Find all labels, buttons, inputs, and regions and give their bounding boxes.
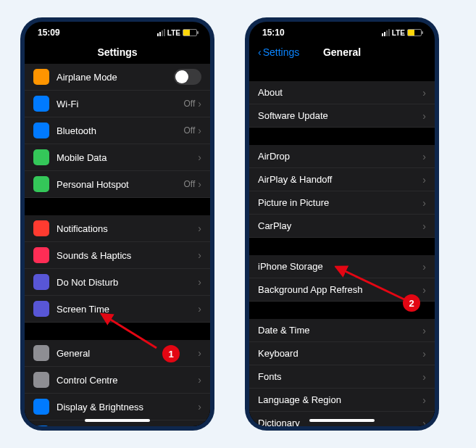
arrow-icon: [100, 312, 165, 355]
row-sounds-haptics[interactable]: Sounds & Haptics›: [25, 242, 210, 269]
row-label: Bluetooth: [57, 125, 184, 136]
row-label: Sounds & Haptics: [57, 250, 198, 261]
row-personal-hotspot[interactable]: Personal HotspotOff›: [25, 171, 210, 198]
row-label: Control Centre: [57, 375, 198, 386]
svg-line-0: [107, 318, 156, 348]
row-label: Airplane Mode: [57, 72, 174, 83]
status-right: LTE: [157, 29, 197, 37]
row-do-not-disturb[interactable]: Do Not Disturb›: [25, 269, 210, 296]
network-label: LTE: [392, 29, 405, 37]
row-label: Wi-Fi: [57, 99, 184, 109]
row-label: AirDrop: [258, 151, 422, 162]
chevron-right-icon: ›: [422, 110, 426, 122]
row-detail: Off: [184, 125, 196, 136]
chevron-right-icon: ›: [198, 98, 201, 109]
phone-settings: 15:09 LTE Settings Airplane ModeWi-FiOff…: [20, 17, 214, 431]
row-label: Display & Brightness: [57, 402, 198, 412]
chevron-right-icon: ›: [198, 249, 201, 261]
chevron-right-icon: ›: [198, 276, 201, 288]
row-label: Date & Time: [258, 325, 422, 336]
row-airplay-handoff[interactable]: AirPlay & Handoff›: [249, 168, 435, 191]
row-display-brightness[interactable]: Display & Brightness›: [25, 394, 210, 420]
row-airdrop[interactable]: AirDrop›: [249, 145, 435, 168]
row-wi-fi[interactable]: Wi-FiOff›: [25, 91, 210, 117]
row-label: CarPlay: [258, 220, 422, 231]
chevron-right-icon: ›: [198, 152, 201, 163]
status-right: LTE: [382, 29, 422, 37]
row-software-update[interactable]: Software Update›: [249, 104, 435, 128]
page-title: Settings: [97, 46, 137, 58]
app-icon: [33, 69, 49, 85]
app-icon: [33, 123, 49, 138]
chevron-right-icon: ›: [422, 418, 426, 427]
status-bar: 15:10 LTE: [249, 22, 435, 41]
row-detail: Off: [184, 179, 196, 189]
toggle[interactable]: [174, 69, 201, 85]
status-bar: 15:09 LTE: [25, 22, 210, 41]
back-button[interactable]: ‹Settings: [258, 46, 299, 58]
app-icon: [33, 301, 49, 317]
signal-icon: [382, 29, 390, 36]
chevron-right-icon: ›: [198, 374, 201, 386]
home-indicator[interactable]: [309, 419, 375, 422]
page-title: General: [323, 46, 361, 58]
chevron-right-icon: ›: [198, 401, 201, 412]
network-label: LTE: [167, 29, 180, 37]
chevron-right-icon: ›: [422, 87, 426, 99]
time: 15:09: [38, 28, 60, 38]
row-keyboard[interactable]: Keyboard›: [249, 342, 435, 365]
chevron-right-icon: ›: [422, 394, 426, 406]
row-label: Picture in Picture: [258, 197, 422, 208]
signal-icon: [157, 29, 165, 36]
chevron-right-icon: ›: [422, 261, 426, 273]
row-label: Fonts: [258, 371, 422, 382]
chevron-right-icon: ›: [422, 220, 426, 232]
row-airplane-mode[interactable]: Airplane Mode: [25, 64, 210, 91]
screen: 15:09 LTE Settings Airplane ModeWi-FiOff…: [25, 22, 210, 426]
row-fonts[interactable]: Fonts›: [249, 365, 435, 389]
app-icon: [33, 247, 49, 263]
navbar: ‹Settings General: [249, 41, 435, 64]
app-icon: [33, 176, 49, 192]
chevron-right-icon: ›: [422, 197, 426, 209]
app-icon: [33, 399, 49, 415]
navbar: Settings: [25, 41, 210, 64]
chevron-right-icon: ›: [422, 325, 426, 336]
row-label: AirPlay & Handoff: [258, 174, 422, 185]
row-date-time[interactable]: Date & Time›: [249, 319, 435, 342]
row-label: Mobile Data: [57, 152, 198, 163]
chevron-left-icon: ‹: [258, 46, 262, 58]
row-bluetooth[interactable]: BluetoothOff›: [25, 117, 210, 144]
row-language-region[interactable]: Language & Region›: [249, 389, 435, 412]
battery-icon: [407, 29, 422, 36]
app-icon: [33, 274, 49, 290]
chevron-right-icon: ›: [422, 348, 426, 360]
row-about[interactable]: About›: [249, 81, 435, 104]
app-icon: [33, 220, 49, 236]
row-control-centre[interactable]: Control Centre›: [25, 367, 210, 394]
chevron-right-icon: ›: [198, 178, 201, 190]
app-icon: [33, 96, 49, 112]
chevron-right-icon: ›: [422, 371, 426, 383]
row-label: Personal Hotspot: [57, 179, 184, 190]
row-mobile-data[interactable]: Mobile Data›: [25, 144, 210, 171]
svg-line-1: [342, 270, 406, 300]
row-detail: Off: [184, 99, 196, 109]
row-label: About: [258, 87, 422, 98]
app-icon: [33, 149, 49, 165]
chevron-right-icon: ›: [422, 151, 426, 162]
row-label: Notifications: [57, 223, 198, 234]
settings-list[interactable]: Airplane ModeWi-FiOff›BluetoothOff›Mobil…: [25, 64, 210, 426]
row-label: Keyboard: [258, 348, 422, 359]
row-carplay[interactable]: CarPlay›: [249, 215, 435, 238]
chevron-right-icon: ›: [198, 223, 201, 234]
general-list[interactable]: About›Software Update›AirDrop›AirPlay & …: [249, 64, 435, 426]
time: 15:10: [262, 28, 285, 38]
row-notifications[interactable]: Notifications›: [25, 215, 210, 242]
battery-icon: [183, 29, 197, 36]
chevron-right-icon: ›: [198, 303, 201, 315]
row-picture-in-picture[interactable]: Picture in Picture›: [249, 191, 435, 215]
home-indicator[interactable]: [85, 419, 150, 422]
row-label: Do Not Disturb: [57, 277, 198, 288]
screen: 15:10 LTE ‹Settings General About›Softwa…: [249, 22, 435, 426]
